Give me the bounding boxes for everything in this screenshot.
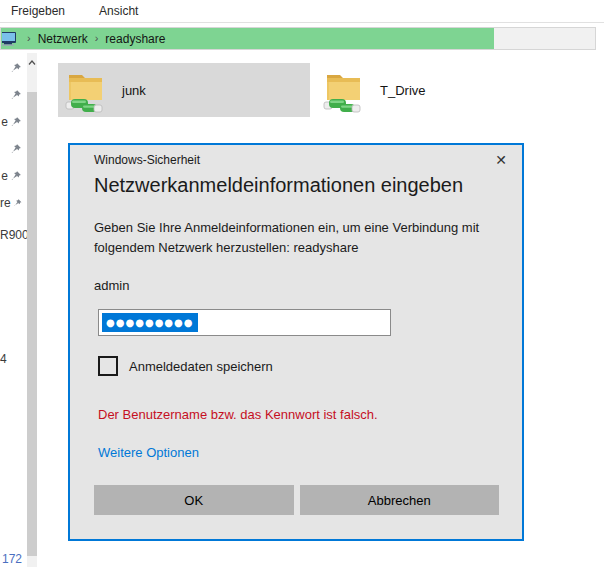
- sidebar-item-label: 4: [0, 352, 7, 366]
- password-selected-text: ●●●●●●●●●: [102, 313, 198, 332]
- address-bar[interactable]: › Netzwerk › readyshare: [0, 27, 596, 50]
- scrollbar-up-arrow-icon[interactable]: [27, 53, 37, 71]
- sidebar-item[interactable]: [0, 141, 22, 157]
- dialog-title: Windows-Sicherheit: [94, 153, 200, 167]
- pin-icon: [10, 89, 22, 101]
- scrollbar-thumb[interactable]: [27, 92, 37, 556]
- error-message: Der Benutzername bzw. das Kennwort ist f…: [98, 407, 378, 422]
- pin-icon: [10, 143, 22, 155]
- sidebar-item[interactable]: e: [0, 168, 22, 184]
- pin-icon: [10, 62, 22, 74]
- sidebar-item[interactable]: [0, 60, 22, 76]
- sidebar-item-label: R900: [0, 228, 29, 242]
- computer-icon: [2, 31, 20, 46]
- tab-freigeben[interactable]: Freigeben: [11, 4, 65, 18]
- sidebar-item-label: re: [0, 196, 11, 210]
- remember-credentials-checkbox[interactable]: [98, 356, 118, 376]
- more-options-link[interactable]: Weitere Optionen: [98, 445, 199, 460]
- pin-icon: [13, 197, 22, 209]
- password-input[interactable]: ●●●●●●●●●: [98, 309, 391, 336]
- remember-credentials-label: Anmeldedaten speichern: [129, 359, 273, 374]
- ok-button[interactable]: OK: [94, 485, 294, 515]
- shared-folder-icon: [64, 66, 108, 114]
- file-name-tdrive: T_Drive: [380, 83, 426, 98]
- breadcrumb-chevron-icon: ›: [88, 33, 106, 44]
- file-tile-junk[interactable]: junk: [58, 63, 310, 117]
- breadcrumb-netzwerk[interactable]: Netzwerk: [38, 32, 88, 46]
- breadcrumb-readyshare[interactable]: readyshare: [105, 32, 165, 46]
- sidebar-item[interactable]: re: [0, 195, 22, 211]
- cancel-button[interactable]: Abbrechen: [300, 485, 500, 515]
- breadcrumb-chevron-icon: ›: [20, 33, 38, 44]
- sidebar-item[interactable]: [0, 87, 22, 103]
- file-tile-tdrive[interactable]: T_Drive: [316, 63, 486, 117]
- shared-folder-icon: [322, 66, 366, 114]
- sidebar-item-label: e: [1, 169, 8, 183]
- explorer-window: Freigeben Ansicht › Netzwerk › readyshar…: [0, 0, 604, 568]
- pin-icon: [10, 170, 22, 182]
- file-name-junk: junk: [122, 83, 146, 98]
- sidebar-item[interactable]: e: [0, 114, 22, 130]
- dialog-body-text: Geben Sie Ihre Anmeldeinformationen ein,…: [94, 218, 508, 258]
- ribbon-tab-bar: Freigeben Ansicht: [0, 0, 604, 23]
- sidebar-item-label: e: [1, 115, 8, 129]
- close-icon[interactable]: ✕: [490, 149, 512, 171]
- pin-icon: [10, 116, 22, 128]
- tab-ansicht[interactable]: Ansicht: [99, 4, 138, 18]
- dialog-heading: Netzwerkanmeldeinformationen eingeben: [94, 174, 463, 197]
- windows-security-dialog: Windows-Sicherheit ✕ Netzwerkanmeldeinfo…: [68, 143, 524, 541]
- username-label: admin: [94, 278, 129, 293]
- sidebar-scrollbar[interactable]: [27, 53, 37, 567]
- status-bar-fragment: 172: [2, 552, 22, 566]
